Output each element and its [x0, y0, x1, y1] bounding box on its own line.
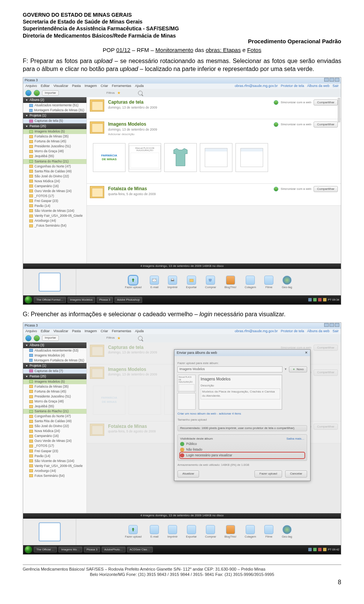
- chevron-down-icon[interactable]: ▾: [285, 367, 287, 371]
- thumb-cracha[interactable]: [200, 143, 232, 172]
- forward-button[interactable]: [34, 90, 40, 96]
- sync-label[interactable]: Sincronizar com a web: [281, 101, 311, 104]
- blog-button[interactable]: BlogThis!: [224, 525, 236, 539]
- shop-button[interactable]: Comprar: [205, 276, 216, 289]
- share-button[interactable]: Compartilhar: [314, 186, 338, 192]
- sidebar[interactable]: ▼Álbuns (3) Atualizados recentemente (53…: [23, 342, 87, 513]
- star-filter-icon[interactable]: ★: [117, 336, 121, 341]
- menu-ajuda[interactable]: Ajuda: [135, 329, 144, 334]
- email-button[interactable]: E-mail: [150, 276, 159, 289]
- window-titlebar[interactable]: Picasa 3: [23, 323, 341, 329]
- menubar[interactable]: Arquivo Editar Visualizar Pasta Imagem C…: [23, 329, 341, 334]
- share-button[interactable]: Compartilhar: [314, 99, 338, 106]
- tray-icon[interactable]: [313, 298, 317, 301]
- menu-ajuda[interactable]: Ajuda: [135, 84, 144, 88]
- folder-open-icon[interactable]: [90, 99, 104, 112]
- print-button[interactable]: Imprimir: [167, 525, 177, 539]
- chevron-down-icon[interactable]: ▼: [25, 364, 28, 367]
- movie-button[interactable]: Filme: [264, 276, 273, 289]
- menu-imagem[interactable]: Imagem: [85, 329, 97, 334]
- visibility-unlisted[interactable]: Não listado: [180, 447, 304, 453]
- taskbar-item[interactable]: AdobePhoto…: [102, 547, 126, 553]
- taskbar-item[interactable]: Imagens Modelos: [67, 297, 95, 303]
- forward-button[interactable]: [34, 335, 40, 341]
- upload-confirm-button[interactable]: Fazer upload: [254, 470, 282, 477]
- play-icon[interactable]: [274, 100, 278, 105]
- windows-taskbar[interactable]: The Official Formul… Imagens Modelos Pic…: [23, 295, 341, 304]
- window-titlebar[interactable]: Picasa 3: [23, 77, 341, 84]
- search-icon[interactable]: [138, 336, 143, 341]
- menu-pasta[interactable]: Pasta: [72, 84, 81, 88]
- tray-slot[interactable]: [39, 273, 61, 292]
- chevron-down-icon[interactable]: ▼: [25, 344, 28, 347]
- menu-arquivo[interactable]: Arquivo: [25, 84, 37, 88]
- taskbar-item[interactable]: Adobe Photoshop: [115, 297, 143, 303]
- print-button[interactable]: Imprimir: [167, 276, 177, 289]
- menu-editar[interactable]: Editar: [41, 329, 50, 334]
- size-select[interactable]: Recomendado: 1600 pixels (para imprimir,…: [177, 425, 307, 431]
- start-button-icon[interactable]: [25, 296, 32, 304]
- blog-button[interactable]: BlogThis!: [224, 276, 236, 289]
- taskbar-item[interactable]: Picasa 3: [97, 297, 113, 303]
- link-sair[interactable]: Sair: [333, 84, 339, 88]
- thumb-cracha[interactable]: [235, 143, 268, 172]
- geotag-button[interactable]: Geo-tag: [282, 276, 292, 289]
- link-protetor[interactable]: Protetor de tela: [281, 84, 304, 88]
- system-tray[interactable]: PT 09:34: [308, 298, 339, 302]
- link-sair[interactable]: Sair: [333, 329, 339, 334]
- import-button[interactable]: Importar: [42, 90, 59, 96]
- album-title[interactable]: Capturas de tela: [108, 99, 270, 106]
- refresh-button[interactable]: Atualizar: [177, 470, 199, 477]
- chevron-down-icon[interactable]: ▼: [25, 114, 28, 117]
- collage-button[interactable]: Colagem: [245, 525, 256, 539]
- album-select[interactable]: Imagens Modelos: [177, 366, 282, 372]
- play-icon[interactable]: [274, 122, 278, 127]
- chevron-down-icon[interactable]: ▼: [25, 98, 28, 102]
- menu-ferramentas[interactable]: Ferramentas: [112, 84, 131, 88]
- export-button[interactable]: Exportar: [186, 276, 196, 289]
- tray-icon[interactable]: [308, 548, 312, 551]
- menu-criar[interactable]: Criar: [100, 329, 108, 334]
- folder-open-icon[interactable]: [90, 186, 104, 198]
- thumb-placa[interactable]: Manual PLACA DE INAUGURAÇÃO: [129, 143, 161, 172]
- movie-button[interactable]: Filme: [264, 525, 273, 539]
- export-button[interactable]: Exportar: [186, 525, 196, 539]
- album-description[interactable]: Modelos da Placa de Inauguração, Crachás…: [201, 388, 280, 399]
- chevron-down-icon[interactable]: ▼: [25, 375, 28, 378]
- chevron-down-icon[interactable]: ▼: [25, 125, 28, 128]
- email-button[interactable]: E-mail: [150, 525, 159, 539]
- sync-label[interactable]: Sincronizar com a web: [281, 187, 311, 191]
- upload-button[interactable]: Fazer upload: [125, 525, 142, 539]
- tray-icon[interactable]: [308, 298, 312, 301]
- start-button-icon[interactable]: [25, 546, 32, 554]
- close-icon[interactable]: [335, 78, 339, 82]
- tray-icon[interactable]: [318, 298, 322, 301]
- system-tray[interactable]: PT 09:42: [308, 548, 339, 552]
- taskbar-item[interactable]: ACDSee Clas…: [127, 547, 153, 553]
- tray-icon[interactable]: [318, 548, 322, 551]
- import-button[interactable]: Importar: [42, 335, 59, 341]
- play-icon[interactable]: [274, 187, 278, 191]
- user-email[interactable]: obras.rfm@saude.mg.gov.br: [235, 329, 278, 334]
- menu-criar[interactable]: Criar: [100, 84, 108, 88]
- close-icon[interactable]: [335, 323, 339, 327]
- menu-visualizar[interactable]: Visualizar: [53, 329, 68, 334]
- minimize-icon[interactable]: [324, 78, 329, 82]
- windows-taskbar[interactable]: The Official … Imagens Mo… Picasa 3 Adob…: [23, 545, 341, 554]
- thumb-shirt[interactable]: [164, 143, 197, 172]
- album-desc[interactable]: Adicionar descrição: [108, 132, 270, 136]
- maximize-icon[interactable]: [329, 78, 334, 82]
- close-icon[interactable]: ✕: [305, 351, 308, 355]
- taskbar-item[interactable]: The Official …: [34, 547, 57, 553]
- menu-pasta[interactable]: Pasta: [72, 329, 81, 334]
- search-icon[interactable]: [138, 91, 143, 95]
- user-email[interactable]: obras.rfm@saude.mg.gov.br: [235, 84, 278, 88]
- menubar[interactable]: Arquivo Editar Visualizar Pasta Imagem C…: [23, 84, 341, 89]
- visibility-login[interactable]: Login necessário para visualizar: [180, 453, 304, 458]
- menu-arquivo[interactable]: Arquivo: [25, 329, 37, 334]
- menu-imagem[interactable]: Imagem: [85, 84, 97, 88]
- star-filter-icon[interactable]: ★: [117, 90, 121, 95]
- maximize-icon[interactable]: [329, 323, 334, 327]
- learn-more-link[interactable]: Saiba mais…: [286, 437, 304, 441]
- window-controls[interactable]: [323, 323, 339, 328]
